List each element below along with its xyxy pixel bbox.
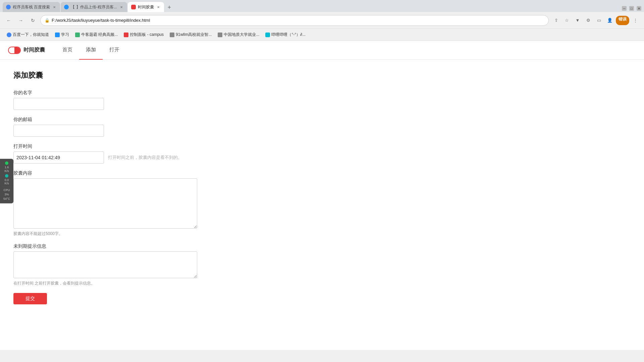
- tab-3[interactable]: 时间胶囊 ✕: [128, 2, 164, 12]
- message-textarea[interactable]: [13, 251, 197, 278]
- bookmark-learn[interactable]: 学习: [52, 31, 72, 39]
- email-label: 你的邮箱: [13, 117, 255, 123]
- maximize-button[interactable]: □: [629, 6, 634, 11]
- content-label: 胶囊内容: [13, 170, 255, 176]
- cpu-item: CPU 3% 54°C: [1, 188, 12, 200]
- nav-open[interactable]: 打开: [103, 41, 126, 60]
- bookmarks-bar: 百度一下，你就知道 学习 牛客题霸 经典高频... 控制面板 - campus …: [0, 29, 644, 41]
- 91-favicon: [170, 33, 174, 37]
- upload-value: 1.6K/s: [4, 166, 9, 173]
- nav-add[interactable]: 添加: [79, 41, 103, 60]
- main-content: 添加胶囊 你的名字 你的邮箱 打开时间 打开时间之前，胶囊内容是看不到的。: [0, 60, 268, 315]
- settings-button[interactable]: ⚙: [584, 16, 593, 25]
- content-textarea[interactable]: [13, 178, 197, 229]
- bookmark-geology[interactable]: 中国地质大学就业...: [215, 31, 262, 39]
- upload-icon: [5, 162, 8, 165]
- page-title: 添加胶囊: [13, 70, 255, 80]
- share-button[interactable]: ⇧: [551, 16, 561, 25]
- more-button[interactable]: ⋮: [631, 16, 640, 25]
- learn-favicon: [55, 33, 60, 37]
- extensions-button[interactable]: ▼: [573, 16, 582, 25]
- tab-bar: 程序员客栈 百度搜索 ✕ 【 】作品上传-程序员客... ✕ 时间胶囊 ✕ + …: [0, 0, 644, 12]
- bookmark-91-label: 91wllm高校就业智...: [176, 32, 212, 38]
- monitor-divider: [1, 187, 12, 187]
- datetime-hint: 打开时间之前，胶囊内容是看不到的。: [108, 155, 182, 161]
- name-input[interactable]: [13, 98, 104, 110]
- forward-button[interactable]: →: [16, 16, 25, 25]
- download-icon: [5, 174, 8, 177]
- temp-value: 54°C: [3, 197, 10, 200]
- cpu-value: 3%: [4, 193, 9, 196]
- browser-frame: 程序员客栈 百度搜索 ✕ 【 】作品上传-程序员客... ✕ 时间胶囊 ✕ + …: [0, 0, 644, 362]
- message-label: 未到期提示信息: [13, 243, 255, 249]
- cpu-label: CPU: [3, 188, 10, 192]
- nav-home-label: 首页: [62, 47, 72, 53]
- niuke-favicon: [75, 33, 80, 37]
- submit-button[interactable]: 提交: [13, 293, 47, 304]
- page-content: 时间胶囊 首页 添加 打开 添加胶囊 你的名字 你的邮箱: [0, 41, 644, 350]
- tab-2[interactable]: 【 】作品上传-程序员客... ✕: [61, 2, 127, 12]
- bookmark-learn-label: 学习: [61, 32, 69, 38]
- email-input[interactable]: [13, 125, 104, 137]
- bookmark-baidu[interactable]: 百度一下，你就知道: [4, 31, 52, 39]
- network-upload-item: 1.6K/s: [1, 162, 12, 173]
- tab1-label: 程序员客栈 百度搜索: [13, 4, 50, 10]
- network-download-item: 0.0K/s: [1, 174, 12, 185]
- minimize-button[interactable]: ─: [622, 6, 627, 11]
- system-monitor: 1.6K/s 0.0K/s CPU 3% 54°C: [0, 159, 13, 203]
- tab-1[interactable]: 程序员客栈 百度搜索 ✕: [3, 2, 60, 12]
- reload-button[interactable]: ↻: [28, 16, 38, 25]
- address-input[interactable]: 🔒 F:/workJS/task/liuyueyue/task-ts-timep…: [40, 15, 549, 26]
- tab2-favicon: [64, 5, 69, 9]
- bookmark-baidu-label: 百度一下，你就知道: [13, 32, 49, 38]
- nav-home[interactable]: 首页: [56, 41, 79, 60]
- bookmark-niuke-label: 牛客题霸 经典高频...: [81, 32, 118, 38]
- content-hint: 胶囊内容不能超过5000字。: [13, 231, 255, 237]
- name-label: 你的名字: [13, 90, 255, 96]
- tab2-close[interactable]: ✕: [119, 5, 124, 9]
- message-hint: 在打开时间 之前打开胶囊，会看到提示信息。: [13, 281, 255, 286]
- bookmark-campus-label: 控制面板 - campus: [130, 32, 164, 38]
- sidebar-button[interactable]: ▭: [594, 16, 604, 25]
- logo-text: 时间胶囊: [23, 47, 45, 54]
- bookmark-geology-label: 中国地质大学就业...: [224, 32, 259, 38]
- download-value: 0.0K/s: [4, 178, 9, 185]
- error-badge[interactable]: 错误: [616, 16, 629, 25]
- logo-pill-left: [9, 47, 14, 53]
- app-logo: 时间胶囊: [8, 47, 45, 54]
- tab3-label: 时间胶囊: [138, 4, 154, 10]
- bookmark-bilibili[interactable]: 哔哩哔哩（°-°）∂...: [263, 31, 308, 39]
- tab3-close[interactable]: ✕: [156, 5, 161, 9]
- message-field-group: 未到期提示信息 在打开时间 之前打开胶囊，会看到提示信息。: [13, 243, 255, 286]
- nav-open-label: 打开: [109, 47, 119, 53]
- back-button[interactable]: ←: [4, 16, 13, 25]
- datetime-row: 打开时间之前，胶囊内容是看不到的。: [13, 152, 255, 164]
- tab2-label: 【 】作品上传-程序员客...: [71, 4, 117, 10]
- logo-icon: [8, 47, 21, 54]
- name-field-group: 你的名字: [13, 90, 255, 110]
- content-field-group: 胶囊内容 胶囊内容不能超过5000字。: [13, 170, 255, 237]
- campus-favicon: [124, 33, 128, 37]
- submit-row: 提交: [13, 293, 255, 304]
- new-tab-button[interactable]: +: [165, 3, 174, 12]
- email-field-group: 你的邮箱: [13, 117, 255, 137]
- address-bar: ← → ↻ 🔒 F:/workJS/task/liuyueyue/task-ts…: [0, 12, 644, 29]
- address-actions: ⇧ ☆ ▼ ⚙ ▭ 👤 错误 ⋮: [551, 16, 640, 25]
- tab1-favicon: [6, 5, 11, 9]
- datetime-input[interactable]: [13, 152, 104, 164]
- baidu-favicon: [7, 33, 11, 37]
- bilibili-favicon: [265, 33, 270, 37]
- bookmark-91[interactable]: 91wllm高校就业智...: [167, 31, 214, 39]
- close-button[interactable]: ✕: [637, 6, 641, 11]
- geology-favicon: [218, 33, 222, 37]
- bookmark-button[interactable]: ☆: [562, 16, 572, 25]
- profile-button[interactable]: 👤: [605, 16, 614, 25]
- bookmark-campus[interactable]: 控制面板 - campus: [121, 31, 166, 39]
- bookmark-niuke[interactable]: 牛客题霸 经典高频...: [72, 31, 120, 39]
- tab3-favicon: [131, 5, 136, 9]
- address-text: F:/workJS/task/liuyueyue/task-ts-timepil…: [52, 18, 150, 23]
- tab1-close[interactable]: ✕: [52, 5, 57, 9]
- app-nav: 时间胶囊 首页 添加 打开: [0, 41, 644, 60]
- nav-add-label: 添加: [86, 47, 96, 53]
- logo-pill-right: [14, 47, 20, 53]
